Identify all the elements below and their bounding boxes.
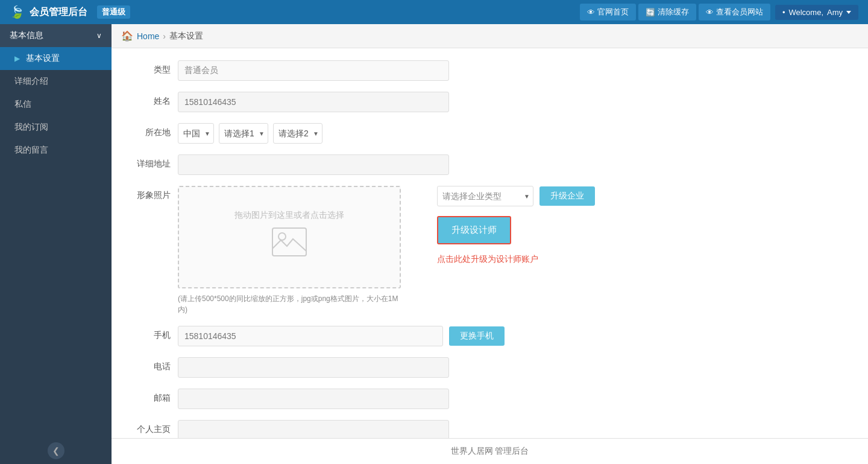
image-drag-text: 拖动图片到这里或者点击选择 — [234, 210, 344, 221]
bullet-icon: • — [782, 8, 785, 17]
active-arrow-icon: ▶ — [14, 54, 20, 63]
sidebar-item-label: 基本设置 — [26, 53, 60, 64]
sidebar-item-my-message[interactable]: 我的留言 — [0, 139, 112, 162]
view-member-site-button[interactable]: 👁 查看会员网站 — [699, 4, 770, 21]
sidebar-item-detail-intro[interactable]: 详细介绍 — [0, 70, 112, 93]
breadcrumb-home-link[interactable]: Home — [137, 31, 159, 41]
breadcrumb-separator: › — [163, 31, 166, 41]
upgrade-panel: 请选择企业类型 升级企业 升级设计师 点击此处升级为设计师账户 — [437, 186, 595, 265]
sidebar-item-label: 我的订阅 — [14, 122, 48, 133]
image-placeholder-icon — [271, 227, 307, 264]
address-label: 详细地址 — [130, 154, 178, 170]
sidebar-item-label: 私信 — [14, 99, 31, 110]
location-selects: 中国 请选择1 请选择2 — [178, 123, 322, 144]
sidebar-item-my-subscription[interactable]: 我的订阅 — [0, 116, 112, 139]
upgrade-enterprise-row: 请选择企业类型 升级企业 — [437, 186, 595, 206]
image-hint: (请上传500*500的同比缩放的正方形，jpg或png格式图片，大小在1M内) — [178, 293, 401, 315]
official-site-button[interactable]: 👁 官网首页 — [580, 4, 636, 21]
svg-rect-0 — [272, 228, 306, 256]
username-display: Amy — [827, 8, 843, 17]
collapse-circle: ❮ — [48, 442, 64, 459]
svg-point-1 — [278, 233, 286, 240]
form-row-photo: 形象照片 拖动图片到这里或者点击选择 (请上传500*500的同比缩放的正方形， — [130, 186, 850, 315]
image-upload-box[interactable]: 拖动图片到这里或者点击选择 — [178, 186, 401, 288]
name-label: 姓名 — [130, 92, 178, 107]
welcome-menu[interactable]: • Welcome, Amy — [775, 5, 858, 20]
header: 🍃 会员管理后台 普通级 👁 官网首页 🔄 清除缓存 👁 查看会员网站 • We… — [0, 0, 868, 24]
city-select-wrapper: 请选择1 — [219, 123, 268, 144]
breadcrumb: 🏠 Home › 基本设置 — [112, 24, 868, 48]
footer-text: 世界人居网 管理后台 — [451, 446, 529, 456]
sidebar-item-basic-settings[interactable]: ▶ 基本设置 — [0, 47, 112, 70]
content-area: 🏠 Home › 基本设置 类型 姓名 所在地 — [112, 24, 868, 464]
eye2-icon: 👁 — [706, 8, 714, 17]
form-row-name: 姓名 — [130, 92, 850, 112]
sidebar-item-label: 我的留言 — [14, 145, 48, 156]
location-label: 所在地 — [130, 123, 178, 138]
district-select[interactable]: 请选择2 — [273, 123, 322, 144]
designer-hint: 点击此处升级为设计师账户 — [437, 254, 538, 265]
chevron-down-icon: ∨ — [96, 31, 102, 40]
form-row-tel: 电话 — [130, 357, 850, 378]
city-select[interactable]: 请选择1 — [219, 123, 268, 144]
footer: 世界人居网 管理后台 — [112, 438, 868, 464]
enterprise-type-select[interactable]: 请选择企业类型 — [437, 186, 533, 206]
leaf-icon: 🍃 — [10, 5, 25, 19]
header-title: 会员管理后台 — [30, 6, 87, 19]
form-area: 类型 姓名 所在地 中国 — [112, 48, 868, 438]
type-input — [178, 60, 449, 81]
form-row-homepage: 个人主页 — [130, 420, 850, 438]
form-row-type: 类型 — [130, 60, 850, 81]
phone-label: 手机 — [130, 326, 178, 341]
homepage-input[interactable] — [178, 420, 449, 438]
upgrade-designer-row: 升级设计师 — [437, 216, 511, 244]
form-row-location: 所在地 中国 请选择1 请选择2 — [130, 123, 850, 144]
refresh-icon: 🔄 — [646, 8, 655, 17]
header-nav: 👁 官网首页 🔄 清除缓存 👁 查看会员网站 • Welcome, Amy — [580, 4, 858, 21]
form-row-phone: 手机 更换手机 — [130, 326, 850, 346]
change-phone-button[interactable]: 更换手机 — [449, 326, 505, 346]
district-select-wrapper: 请选择2 — [273, 123, 322, 144]
tel-input[interactable] — [178, 357, 449, 378]
name-input[interactable] — [178, 92, 449, 112]
type-label: 类型 — [130, 60, 178, 75]
email-label: 邮箱 — [130, 389, 178, 404]
sidebar-section-header[interactable]: 基本信息 ∨ — [0, 24, 112, 47]
header-logo: 🍃 会员管理后台 普通级 — [10, 5, 580, 19]
form-row-email: 邮箱 — [130, 389, 850, 409]
phone-row: 更换手机 — [178, 326, 505, 346]
clear-cache-button[interactable]: 🔄 清除缓存 — [638, 4, 696, 21]
homepage-label: 个人主页 — [130, 420, 178, 435]
main-layout: 基本信息 ∨ ▶ 基本设置 详细介绍 私信 我的订阅 我的留言 ❮ 🏠 H — [0, 24, 868, 464]
email-input[interactable] — [178, 389, 449, 409]
sidebar-item-label: 详细介绍 — [14, 76, 48, 87]
breadcrumb-current: 基本设置 — [169, 31, 203, 42]
sidebar: 基本信息 ∨ ▶ 基本设置 详细介绍 私信 我的订阅 我的留言 ❮ — [0, 24, 112, 464]
phone-input — [178, 326, 443, 346]
country-select-wrapper: 中国 — [178, 123, 214, 144]
upgrade-designer-button[interactable]: 升级设计师 — [437, 216, 511, 244]
address-input[interactable] — [178, 154, 449, 175]
sidebar-collapse-button[interactable]: ❮ — [0, 437, 112, 464]
enterprise-select-wrapper: 请选择企业类型 — [437, 186, 533, 206]
upgrade-enterprise-button[interactable]: 升级企业 — [539, 186, 595, 206]
header-level: 普通级 — [97, 5, 130, 19]
country-select[interactable]: 中国 — [178, 123, 214, 144]
dropdown-arrow-icon — [846, 11, 851, 14]
photo-label: 形象照片 — [130, 186, 178, 201]
form-row-address: 详细地址 — [130, 154, 850, 175]
collapse-icon: ❮ — [52, 446, 60, 456]
tel-label: 电话 — [130, 357, 178, 372]
home-icon: 🏠 — [121, 30, 133, 42]
sidebar-section-label: 基本信息 — [10, 30, 43, 41]
sidebar-item-private-message[interactable]: 私信 — [0, 93, 112, 116]
eye-icon: 👁 — [587, 8, 595, 17]
